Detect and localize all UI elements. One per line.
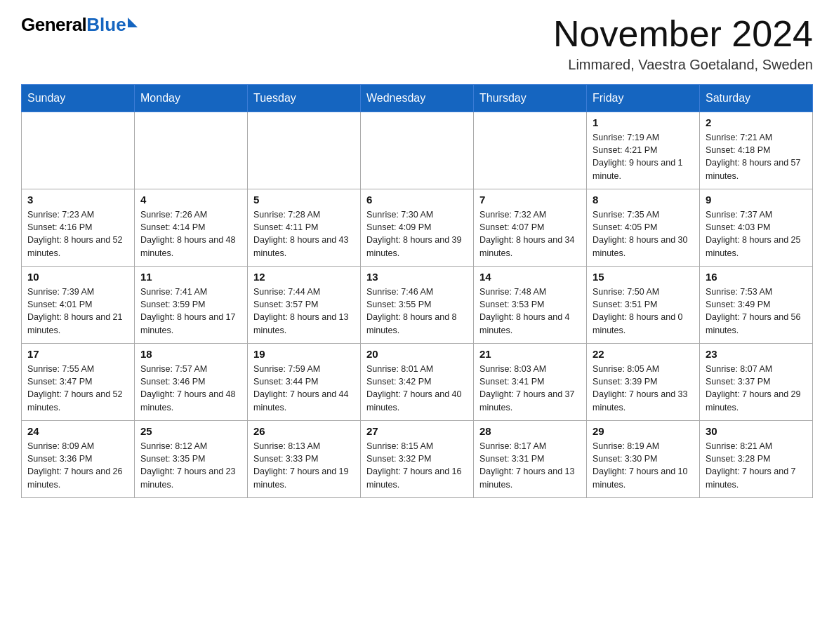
week-row-3: 17Sunrise: 7:55 AM Sunset: 3:47 PM Dayli…: [22, 344, 813, 421]
calendar-cell: 6Sunrise: 7:30 AM Sunset: 4:09 PM Daylig…: [361, 189, 474, 267]
day-info: Sunrise: 7:46 AM Sunset: 3:55 PM Dayligh…: [366, 286, 468, 337]
week-row-2: 10Sunrise: 7:39 AM Sunset: 4:01 PM Dayli…: [22, 267, 813, 344]
title-area: November 2024 Limmared, Vaestra Goetalan…: [553, 14, 813, 73]
calendar-cell: 27Sunrise: 8:15 AM Sunset: 3:32 PM Dayli…: [361, 421, 474, 498]
calendar-cell: 16Sunrise: 7:53 AM Sunset: 3:49 PM Dayli…: [700, 267, 813, 344]
day-number: 13: [366, 271, 468, 283]
calendar-cell: [474, 112, 587, 189]
calendar-cell: 29Sunrise: 8:19 AM Sunset: 3:30 PM Dayli…: [587, 421, 700, 498]
day-info: Sunrise: 8:21 AM Sunset: 3:28 PM Dayligh…: [706, 440, 807, 491]
calendar-cell: 19Sunrise: 7:59 AM Sunset: 3:44 PM Dayli…: [248, 344, 361, 421]
day-info: Sunrise: 7:41 AM Sunset: 3:59 PM Dayligh…: [140, 286, 241, 337]
calendar-cell: 11Sunrise: 7:41 AM Sunset: 3:59 PM Dayli…: [135, 267, 248, 344]
calendar-cell: 17Sunrise: 7:55 AM Sunset: 3:47 PM Dayli…: [22, 344, 135, 421]
day-number: 11: [140, 271, 241, 283]
calendar-cell: [361, 112, 474, 189]
day-info: Sunrise: 8:12 AM Sunset: 3:35 PM Dayligh…: [140, 440, 241, 491]
day-number: 21: [479, 348, 581, 360]
day-number: 19: [253, 348, 355, 360]
day-info: Sunrise: 7:30 AM Sunset: 4:09 PM Dayligh…: [366, 208, 468, 260]
header-tuesday: Tuesday: [248, 85, 361, 112]
calendar-table: SundayMondayTuesdayWednesdayThursdayFrid…: [21, 84, 813, 498]
logo-blue-text: Blue: [86, 14, 126, 36]
header-sunday: Sunday: [22, 85, 135, 112]
day-number: 2: [706, 116, 807, 128]
day-info: Sunrise: 7:50 AM Sunset: 3:51 PM Dayligh…: [593, 286, 694, 337]
calendar-cell: 7Sunrise: 7:32 AM Sunset: 4:07 PM Daylig…: [474, 189, 587, 267]
calendar-cell: 1Sunrise: 7:19 AM Sunset: 4:21 PM Daylig…: [587, 112, 700, 189]
location-subtitle: Limmared, Vaestra Goetaland, Sweden: [553, 57, 813, 73]
calendar-cell: 14Sunrise: 7:48 AM Sunset: 3:53 PM Dayli…: [474, 267, 587, 344]
day-number: 29: [593, 425, 694, 437]
logo: General Blue: [21, 14, 138, 36]
calendar-cell: 10Sunrise: 7:39 AM Sunset: 4:01 PM Dayli…: [22, 267, 135, 344]
day-info: Sunrise: 7:48 AM Sunset: 3:53 PM Dayligh…: [479, 286, 581, 337]
day-info: Sunrise: 7:57 AM Sunset: 3:46 PM Dayligh…: [140, 363, 241, 414]
day-number: 6: [366, 194, 468, 206]
calendar-cell: [22, 112, 135, 189]
logo-general-text: General: [21, 14, 86, 36]
day-info: Sunrise: 7:39 AM Sunset: 4:01 PM Dayligh…: [27, 286, 128, 337]
day-number: 15: [593, 271, 694, 283]
day-info: Sunrise: 8:13 AM Sunset: 3:33 PM Dayligh…: [253, 440, 355, 491]
calendar-cell: 22Sunrise: 8:05 AM Sunset: 3:39 PM Dayli…: [587, 344, 700, 421]
day-number: 27: [366, 425, 468, 437]
day-number: 28: [479, 425, 581, 437]
day-number: 12: [253, 271, 355, 283]
day-info: Sunrise: 7:59 AM Sunset: 3:44 PM Dayligh…: [253, 363, 355, 414]
day-info: Sunrise: 7:19 AM Sunset: 4:21 PM Dayligh…: [593, 131, 694, 182]
calendar-cell: 12Sunrise: 7:44 AM Sunset: 3:57 PM Dayli…: [248, 267, 361, 344]
day-info: Sunrise: 7:32 AM Sunset: 4:07 PM Dayligh…: [479, 208, 581, 260]
calendar-cell: 15Sunrise: 7:50 AM Sunset: 3:51 PM Dayli…: [587, 267, 700, 344]
day-number: 10: [27, 271, 128, 283]
day-number: 9: [706, 194, 807, 206]
calendar-cell: 23Sunrise: 8:07 AM Sunset: 3:37 PM Dayli…: [700, 344, 813, 421]
calendar-cell: 28Sunrise: 8:17 AM Sunset: 3:31 PM Dayli…: [474, 421, 587, 498]
day-number: 14: [479, 271, 581, 283]
calendar-cell: 25Sunrise: 8:12 AM Sunset: 3:35 PM Dayli…: [135, 421, 248, 498]
day-info: Sunrise: 7:35 AM Sunset: 4:05 PM Dayligh…: [593, 208, 694, 260]
day-info: Sunrise: 7:37 AM Sunset: 4:03 PM Dayligh…: [706, 208, 807, 260]
calendar-header-row: SundayMondayTuesdayWednesdayThursdayFrid…: [22, 85, 813, 112]
day-number: 8: [593, 194, 694, 206]
week-row-1: 3Sunrise: 7:23 AM Sunset: 4:16 PM Daylig…: [22, 189, 813, 267]
day-number: 24: [27, 425, 128, 437]
day-number: 17: [27, 348, 128, 360]
day-number: 20: [366, 348, 468, 360]
day-info: Sunrise: 8:05 AM Sunset: 3:39 PM Dayligh…: [593, 363, 694, 414]
calendar-cell: 4Sunrise: 7:26 AM Sunset: 4:14 PM Daylig…: [135, 189, 248, 267]
calendar-cell: [248, 112, 361, 189]
day-info: Sunrise: 7:28 AM Sunset: 4:11 PM Dayligh…: [253, 208, 355, 260]
day-number: 22: [593, 348, 694, 360]
day-number: 1: [593, 116, 694, 128]
day-info: Sunrise: 7:21 AM Sunset: 4:18 PM Dayligh…: [706, 131, 807, 182]
calendar-cell: 9Sunrise: 7:37 AM Sunset: 4:03 PM Daylig…: [700, 189, 813, 267]
header-wednesday: Wednesday: [361, 85, 474, 112]
month-title: November 2024: [553, 14, 813, 54]
calendar-cell: [135, 112, 248, 189]
day-info: Sunrise: 8:15 AM Sunset: 3:32 PM Dayligh…: [366, 440, 468, 491]
day-number: 18: [140, 348, 241, 360]
day-info: Sunrise: 8:01 AM Sunset: 3:42 PM Dayligh…: [366, 363, 468, 414]
day-number: 3: [27, 194, 128, 206]
calendar-cell: 2Sunrise: 7:21 AM Sunset: 4:18 PM Daylig…: [700, 112, 813, 189]
calendar-cell: 5Sunrise: 7:28 AM Sunset: 4:11 PM Daylig…: [248, 189, 361, 267]
calendar-cell: 26Sunrise: 8:13 AM Sunset: 3:33 PM Dayli…: [248, 421, 361, 498]
day-number: 25: [140, 425, 241, 437]
calendar-cell: 8Sunrise: 7:35 AM Sunset: 4:05 PM Daylig…: [587, 189, 700, 267]
header-friday: Friday: [587, 85, 700, 112]
header-thursday: Thursday: [474, 85, 587, 112]
calendar-cell: 20Sunrise: 8:01 AM Sunset: 3:42 PM Dayli…: [361, 344, 474, 421]
calendar-cell: 13Sunrise: 7:46 AM Sunset: 3:55 PM Dayli…: [361, 267, 474, 344]
day-number: 7: [479, 194, 581, 206]
calendar-cell: 18Sunrise: 7:57 AM Sunset: 3:46 PM Dayli…: [135, 344, 248, 421]
day-info: Sunrise: 7:53 AM Sunset: 3:49 PM Dayligh…: [706, 286, 807, 337]
calendar-cell: 24Sunrise: 8:09 AM Sunset: 3:36 PM Dayli…: [22, 421, 135, 498]
day-number: 16: [706, 271, 807, 283]
day-info: Sunrise: 8:17 AM Sunset: 3:31 PM Dayligh…: [479, 440, 581, 491]
day-info: Sunrise: 8:19 AM Sunset: 3:30 PM Dayligh…: [593, 440, 694, 491]
day-info: Sunrise: 8:09 AM Sunset: 3:36 PM Dayligh…: [27, 440, 128, 491]
day-info: Sunrise: 8:07 AM Sunset: 3:37 PM Dayligh…: [706, 363, 807, 414]
calendar-cell: 3Sunrise: 7:23 AM Sunset: 4:16 PM Daylig…: [22, 189, 135, 267]
day-number: 5: [253, 194, 355, 206]
